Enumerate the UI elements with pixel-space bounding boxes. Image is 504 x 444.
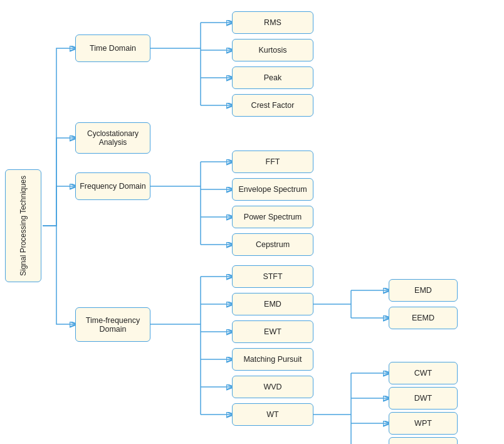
node-cwt: CWT [389,362,458,384]
node-wt: WT [232,403,313,426]
node-time-freq: Time-frequencyDomain [75,307,150,342]
node-emd2: EMD [389,279,458,302]
node-wvd: WVD [232,376,313,398]
node-freq-domain: Frequency Domain [75,172,150,200]
node-ewt: EWT [232,320,313,343]
node-kurtosis: Kurtosis [232,39,313,61]
node-envelope: Envelope Spectrum [232,178,313,201]
node-dwt: DWT [389,387,458,410]
node-cyclostationary: CyclostationaryAnalysis [75,122,150,154]
node-eemd: EEMD [389,307,458,329]
node-rms: RMS [232,11,313,34]
node-time-domain: Time Domain [75,34,150,62]
node-crest-factor: Crest Factor [232,94,313,117]
node-root: Signal Processing Techniques [5,169,41,282]
node-stft: STFT [232,265,313,288]
node-tqwt: TQWT [389,437,458,444]
diagram: Signal Processing Techniques Time Domain… [0,0,504,444]
node-power: Power Spectrum [232,206,313,228]
node-cepstrum: Cepstrum [232,233,313,256]
node-emd: EMD [232,293,313,315]
node-wpt: WPT [389,412,458,435]
node-matching: Matching Pursuit [232,348,313,371]
node-peak: Peak [232,66,313,89]
node-fft: FFT [232,151,313,173]
